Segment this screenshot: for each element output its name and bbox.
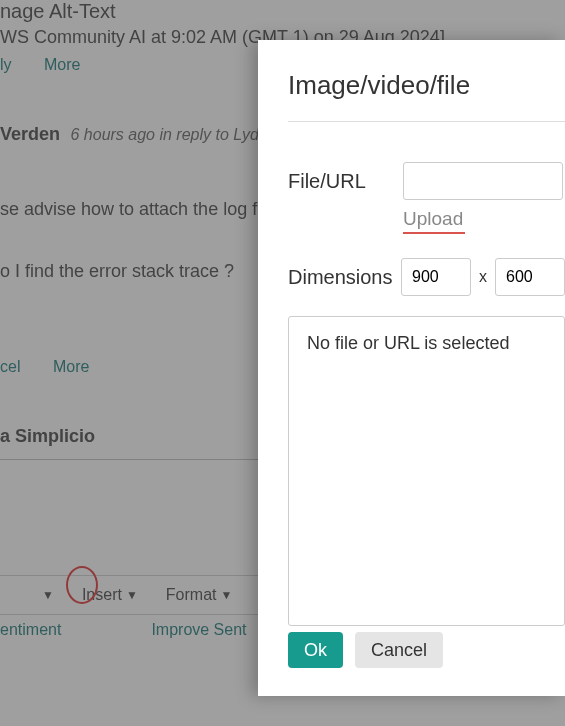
- file-url-label: File/URL: [288, 170, 403, 193]
- preview-placeholder: No file or URL is selected: [307, 333, 509, 353]
- cancel-button[interactable]: Cancel: [355, 632, 443, 668]
- upload-underline: [403, 232, 465, 234]
- ok-button[interactable]: Ok: [288, 632, 343, 668]
- height-input[interactable]: [495, 258, 565, 296]
- file-url-input[interactable]: [403, 162, 563, 200]
- preview-area: No file or URL is selected: [288, 316, 565, 626]
- modal-title: Image/video/file: [288, 70, 565, 101]
- divider: [288, 121, 565, 122]
- dimension-separator: x: [479, 268, 487, 286]
- width-input[interactable]: [401, 258, 471, 296]
- upload-link[interactable]: Upload: [403, 208, 565, 230]
- insert-file-modal: Image/video/file File/URL Upload Dimensi…: [258, 40, 565, 696]
- dimensions-label: Dimensions: [288, 266, 401, 289]
